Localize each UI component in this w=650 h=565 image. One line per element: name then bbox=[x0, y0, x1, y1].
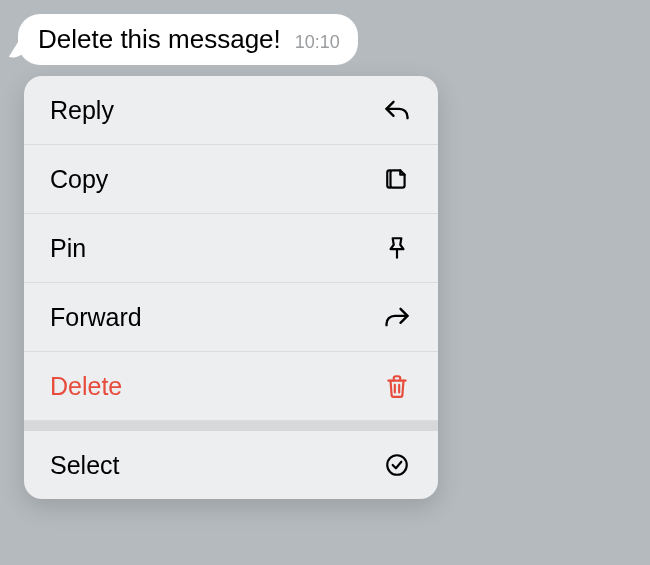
copy-label: Copy bbox=[50, 165, 108, 194]
select-label: Select bbox=[50, 451, 119, 480]
menu-separator bbox=[24, 421, 438, 431]
checkmark-circle-icon bbox=[382, 450, 412, 480]
delete-button[interactable]: Delete bbox=[24, 352, 438, 421]
forward-icon bbox=[382, 302, 412, 332]
svg-point-3 bbox=[387, 455, 407, 475]
select-button[interactable]: Select bbox=[24, 431, 438, 499]
trash-icon bbox=[382, 371, 412, 401]
reply-icon bbox=[382, 95, 412, 125]
pin-button[interactable]: Pin bbox=[24, 214, 438, 283]
forward-button[interactable]: Forward bbox=[24, 283, 438, 352]
message-timestamp: 10:10 bbox=[295, 32, 340, 53]
message-text: Delete this message! bbox=[38, 24, 281, 55]
delete-label: Delete bbox=[50, 372, 122, 401]
copy-button[interactable]: Copy bbox=[24, 145, 438, 214]
pin-label: Pin bbox=[50, 234, 86, 263]
reply-button[interactable]: Reply bbox=[24, 76, 438, 145]
context-menu: Reply Copy Pin Forward bbox=[24, 76, 438, 499]
message-bubble[interactable]: Delete this message! 10:10 bbox=[18, 14, 358, 65]
pin-icon bbox=[382, 233, 412, 263]
forward-label: Forward bbox=[50, 303, 142, 332]
reply-label: Reply bbox=[50, 96, 114, 125]
copy-icon bbox=[382, 164, 412, 194]
